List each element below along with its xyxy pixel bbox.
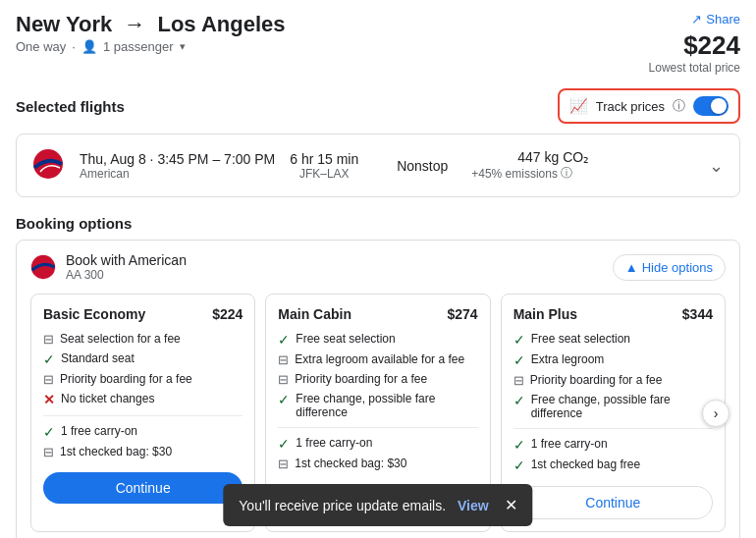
flight-stops: Nonstop <box>373 158 471 174</box>
share-button[interactable]: ↗ Share <box>649 12 740 27</box>
hide-options-button[interactable]: ▲ Hide options <box>613 254 726 281</box>
selected-flights-row: Selected flights 📈 Track prices ⓘ <box>0 82 756 130</box>
emissions: 447 kg CO₂ <box>471 149 589 165</box>
booking-flight-no: AA 300 <box>66 268 187 282</box>
fare-feature-0-3: ✕No ticket changes <box>43 392 243 407</box>
fare-feature-0-2: ⊟Priority boarding for a fee <box>43 372 243 387</box>
check-icon: ✓ <box>513 393 525 408</box>
check-icon: ✓ <box>278 436 290 452</box>
flight-info: Thu, Aug 8 · 3:45 PM – 7:00 PM American … <box>80 149 685 182</box>
trending-icon: 📈 <box>569 97 588 115</box>
route-block: New York → Los Angeles One way · 👤 1 pas… <box>16 12 285 54</box>
fee-icon: ⊟ <box>513 373 524 388</box>
fee-icon: ⊟ <box>278 352 289 367</box>
toggle-knob <box>711 98 727 114</box>
check-icon: ✓ <box>43 424 55 440</box>
divider <box>513 428 713 429</box>
booking-airline-info: Book with American AA 300 <box>66 252 187 282</box>
trip-type: One way <box>16 39 66 54</box>
toast-close-button[interactable]: ✕ <box>505 496 517 514</box>
fare-feature-1-2: ⊟Priority boarding for a fee <box>278 372 477 387</box>
toast-notification: You'll receive price update emails. View… <box>223 484 532 526</box>
toast-view-button[interactable]: View <box>458 498 489 513</box>
bag-feature-2-0: ✓1 free carry-on <box>513 437 713 453</box>
price-share-block: ↗ Share $224 Lowest total price <box>649 12 740 75</box>
flight-datetime: Thu, Aug 8 · 3:45 PM – 7:00 PM <box>80 151 275 167</box>
continue-button-basic[interactable]: Continue <box>43 472 243 504</box>
route-arrow: → <box>124 12 145 36</box>
bag-feature-1-1: ⊟1st checked bag: $30 <box>278 457 477 471</box>
flight-emissions-block: 447 kg CO₂ +45% emissions ⓘ <box>471 149 589 182</box>
check-icon: ✓ <box>278 332 290 348</box>
fare-col-plus: Main Plus $344 ✓Free seat selection ✓Ext… <box>501 294 726 532</box>
fee-icon: ⊟ <box>278 457 289 471</box>
toast-message: You'll receive price update emails. <box>239 498 446 513</box>
share-label: Share <box>706 12 740 27</box>
booking-airline-logo <box>30 254 56 280</box>
fare-header-basic: Basic Economy $224 <box>43 306 243 322</box>
hide-options-label: Hide options <box>642 260 713 275</box>
flight-time-block: Thu, Aug 8 · 3:45 PM – 7:00 PM American <box>80 151 275 181</box>
divider <box>278 427 477 428</box>
fare-feature-2-2: ⊟Priority boarding for a fee <box>513 373 713 388</box>
passengers: 1 passenger <box>103 39 174 54</box>
bag-feature-2-1: ✓1st checked bag free <box>513 457 713 473</box>
chevron-up-icon: ▲ <box>625 260 638 275</box>
flight-route: JFK–LAX <box>275 167 373 181</box>
total-price: $224 <box>649 30 740 61</box>
check-icon: ✓ <box>513 332 525 348</box>
fee-icon: ⊟ <box>43 445 54 459</box>
fee-icon: ⊟ <box>43 372 54 387</box>
fare-price-basic: $224 <box>212 306 243 322</box>
flight-duration-block: 6 hr 15 min JFK–LAX <box>275 151 373 181</box>
x-icon: ✕ <box>43 392 55 407</box>
fare-name-basic: Basic Economy <box>43 306 145 322</box>
duration: 6 hr 15 min <box>275 151 373 167</box>
fare-feature-2-1: ✓Extra legroom <box>513 352 713 368</box>
page-header: New York → Los Angeles One way · 👤 1 pas… <box>0 0 756 82</box>
track-prices-toggle[interactable] <box>693 96 729 116</box>
fare-feature-0-1: ✓Standard seat <box>43 351 243 367</box>
fare-feature-0-0: ⊟Seat selection for a fee <box>43 332 243 347</box>
fare-feature-2-0: ✓Free seat selection <box>513 332 713 348</box>
track-prices-label: Track prices <box>596 99 665 114</box>
continue-button-plus[interactable]: Continue <box>513 486 713 519</box>
booking-airline-name: Book with American <box>66 252 187 268</box>
bag-feature-0-1: ⊟1st checked bag: $30 <box>43 445 243 459</box>
fee-icon: ⊟ <box>43 332 54 347</box>
flight-card: Thu, Aug 8 · 3:45 PM – 7:00 PM American … <box>16 134 740 197</box>
person-icon: 👤 <box>81 39 97 54</box>
flight-expand-icon[interactable]: ⌄ <box>709 155 724 177</box>
origin: New York <box>16 12 112 36</box>
fare-feature-1-3: ✓Free change, possible fare difference <box>278 392 477 419</box>
check-icon: ✓ <box>513 437 525 453</box>
fare-name-main: Main Cabin <box>278 306 351 322</box>
track-prices-box: 📈 Track prices ⓘ <box>558 88 740 124</box>
fare-feature-2-3: ✓Free change, possible fare difference <box>513 393 713 420</box>
emissions-info-icon[interactable]: ⓘ <box>561 165 572 182</box>
divider <box>43 415 243 416</box>
scroll-right-arrow[interactable]: › <box>702 400 729 427</box>
booking-header: Book with American AA 300 ▲ Hide options <box>30 252 726 282</box>
info-icon[interactable]: ⓘ <box>673 97 685 115</box>
emissions-sub: +45% emissions ⓘ <box>471 165 589 182</box>
check-icon: ✓ <box>43 351 55 367</box>
booking-title: Booking options <box>16 215 740 232</box>
check-icon: ✓ <box>513 457 525 473</box>
price-block: $224 Lowest total price <box>649 30 740 75</box>
fare-feature-1-1: ⊟Extra legroom available for a fee <box>278 352 477 367</box>
fare-header-plus: Main Plus $344 <box>513 306 713 322</box>
check-icon: ✓ <box>513 352 525 368</box>
fare-header-main: Main Cabin $274 <box>278 306 477 322</box>
share-icon: ↗ <box>691 12 702 27</box>
fare-price-main: $274 <box>448 306 478 322</box>
route-sub: One way · 👤 1 passenger ▾ <box>16 39 285 54</box>
bag-feature-0-0: ✓1 free carry-on <box>43 424 243 440</box>
fare-name-plus: Main Plus <box>513 306 577 322</box>
fare-price-plus: $344 <box>682 306 713 322</box>
destination: Los Angeles <box>157 12 285 36</box>
price-label: Lowest total price <box>649 61 740 75</box>
chevron-down-icon[interactable]: ▾ <box>180 40 186 53</box>
airline-logo <box>32 148 64 183</box>
selected-flights-title: Selected flights <box>16 98 125 115</box>
